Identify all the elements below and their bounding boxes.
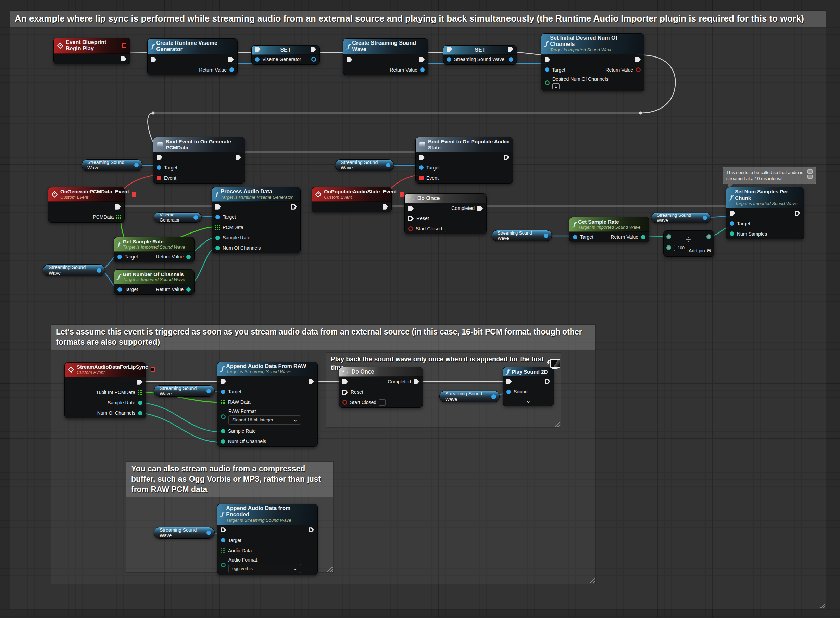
pill-streaming-sound-wave[interactable]: Streaming Sound Wave [154,385,215,397]
target-pin[interactable] [545,67,549,72]
exec-out-pin[interactable] [311,46,316,52]
audio-format-pin[interactable] [221,563,226,567]
divide-out-pin[interactable] [706,234,711,239]
exec-out-pin[interactable] [228,57,234,62]
target-pin[interactable] [221,538,225,542]
exec-out-pin[interactable] [236,155,241,160]
node-append-audio-data-from-encoded[interactable]: ƒ Append Audio Data from Encoded Target … [217,504,318,575]
divide-value[interactable]: 100 [674,245,688,251]
pill-streaming-sound-wave[interactable]: Streaming Sound Wave [492,230,552,241]
sample-rate-out-pin[interactable] [138,401,143,405]
start-closed-pin[interactable] [342,400,347,405]
pcmdata-in-pin[interactable] [216,225,220,230]
exec-in-pin[interactable] [447,46,452,52]
exec-in-pin[interactable] [216,204,221,209]
exec-in-pin[interactable] [221,379,226,384]
comment-bubble-icon[interactable] [807,175,813,179]
sound-pin[interactable] [507,390,511,394]
exec-in-pin[interactable] [408,206,414,211]
sample-rate-pin[interactable] [221,429,225,434]
node-set-num-samples-per-chunk[interactable]: ƒ Set Num Samples Per Chunk Target is Im… [726,187,804,239]
reset-pin[interactable] [408,216,414,221]
pill-out-pin[interactable] [134,163,139,168]
exec-out-pin[interactable] [137,380,143,385]
node-do-once-2[interactable]: ¹→Do Once Completed Reset Start Closed [339,367,423,408]
raw-format-pin[interactable] [221,414,226,419]
start-closed-checkbox[interactable] [379,399,386,406]
exec-in-pin[interactable] [419,155,425,160]
sample-rate-pin[interactable] [216,236,220,240]
target-pin[interactable] [216,215,220,220]
node-create-runtime-viseme-generator[interactable]: ƒ Create Runtime Viseme Generator Return… [147,39,238,75]
exec-out-pin[interactable] [795,211,800,216]
blueprint-graph-canvas[interactable]: An example where lip sync is performed w… [0,0,840,618]
pill-out-pin[interactable] [207,389,211,394]
target-pin[interactable] [419,165,424,170]
pill-out-pin[interactable] [544,233,548,238]
num-of-channels-out-pin[interactable] [138,411,143,415]
exec-in-pin[interactable] [342,379,348,385]
start-closed-checkbox[interactable] [445,226,451,232]
event-delegate-pin[interactable] [157,176,161,180]
exec-in-pin[interactable] [255,46,260,52]
pill-viseme-generator[interactable]: Viseme Generator [154,212,202,223]
exec-in-pin[interactable] [507,379,512,384]
pill-out-pin[interactable] [207,531,211,535]
delegate-pin[interactable] [400,192,404,196]
pill-out-pin[interactable] [386,163,390,168]
delegate-pin[interactable] [122,43,126,48]
completed-pin[interactable] [414,379,419,385]
exec-out-pin[interactable] [504,155,509,160]
node-append-audio-data-from-raw[interactable]: ƒ Append Audio Data From RAW Target is S… [217,361,318,447]
start-closed-pin[interactable] [408,226,413,231]
exec-in-pin[interactable] [221,527,226,532]
exec-out-pin[interactable] [309,379,314,384]
node-event-begin-play[interactable]: Event Blueprint Begin Play [54,38,130,64]
target-pin[interactable] [221,390,225,394]
node-bind-event-on-generate-pcmdata[interactable]: Bind Event to On Generate PCMData Target… [153,137,245,184]
add-pin-button[interactable]: Add pin⊕ [688,247,711,254]
return-value-pin[interactable] [420,67,425,72]
node-bind-event-on-populate-audio-state[interactable]: Bind Event to On Populate Audio State Ta… [415,137,513,184]
exec-out-pin[interactable] [121,56,126,61]
divide-in-1-pin[interactable] [666,234,671,239]
node-onpopulateaudiostate-event[interactable]: OnPopulateAudioState_Event Custom Event [312,187,392,212]
divide-in-2-pin[interactable] [666,245,671,250]
target-pin[interactable] [730,221,734,226]
pill-streaming-sound-wave[interactable]: Streaming Sound Wave [335,159,394,171]
audio-format-dropdown[interactable]: ogg vorbis⌄ [228,564,301,573]
return-value-pin[interactable] [641,235,645,239]
desired-num-channels-pin[interactable] [545,80,550,85]
exec-out-pin[interactable] [545,379,550,384]
desired-num-channels-value[interactable]: 1 [552,83,559,89]
expand-chevron-icon[interactable]: ⌄ [526,398,531,404]
num-of-channels-pin[interactable] [216,246,220,250]
num-of-channels-pin[interactable] [221,439,225,444]
exec-in-pin[interactable] [347,57,352,62]
return-value-pin[interactable] [636,67,641,72]
num-samples-pin[interactable] [730,232,734,236]
pill-out-pin[interactable] [491,394,496,399]
exec-in-pin[interactable] [157,155,162,160]
target-pin[interactable] [157,165,161,170]
pill-streaming-sound-wave[interactable]: Streaming Sound Wave [82,159,143,171]
exec-in-pin[interactable] [545,57,550,62]
streaming-sound-wave-in-pin[interactable] [447,57,451,62]
node-get-sample-rate-imported[interactable]: ƒ Get Sample Rate Target is Imported Sou… [569,217,649,242]
node-play-sound-2d[interactable]: ƒPlay Sound 2D Sound ⌄ [503,367,554,406]
pill-streaming-sound-wave[interactable]: Streaming Sound Wave [439,391,500,402]
node-get-sample-rate[interactable]: ƒ Get Sample Rate Target is Imported Sou… [114,237,195,262]
exec-out-pin[interactable] [309,527,314,532]
node-create-streaming-sound-wave[interactable]: ƒ Create Streaming Sound Wave Return Val… [343,39,428,75]
audio-data-pin[interactable] [221,548,225,553]
reset-pin[interactable] [342,390,348,395]
pin-note-icon[interactable] [807,169,813,174]
exec-out-pin[interactable] [291,204,297,209]
return-value-pin[interactable] [229,67,234,72]
viseme-generator-in-pin[interactable] [255,57,260,62]
node-set-initial-desired-num-of-channels[interactable]: ƒ Set Initial Desired Num Of Channels Ta… [541,33,644,91]
exec-out-pin[interactable] [635,57,641,62]
pill-out-pin[interactable] [703,216,707,220]
raw-data-pin[interactable] [221,400,225,404]
completed-pin[interactable] [477,206,483,211]
